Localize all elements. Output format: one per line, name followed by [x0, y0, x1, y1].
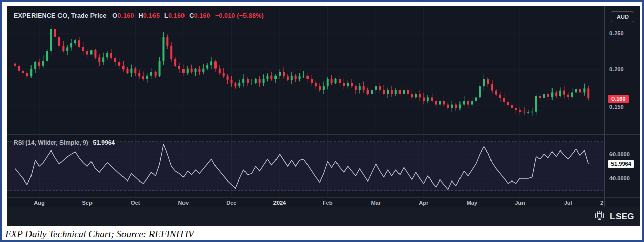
figure-frame: EXPERIENCE CO, Trade Price O0.160 H0.165… — [0, 0, 644, 242]
time-label-jul: Jul — [564, 200, 572, 206]
high-label: H — [139, 12, 143, 19]
time-label-sep: Sep — [82, 200, 93, 206]
low-label: L — [164, 12, 168, 19]
time-axis-partial-label: 2 — [600, 200, 603, 206]
figure-caption: EXP Daily Technical Chart; Source: REFIN… — [5, 228, 639, 241]
rsi-tick-60: 60.0000 — [609, 150, 638, 158]
time-label-nov: Nov — [178, 200, 189, 206]
price-tick-0150: 0.150 — [609, 103, 638, 110]
high-value: 0.165 — [143, 12, 160, 19]
price-tick-0200: 0.200 — [609, 66, 638, 73]
rsi-legend[interactable]: RSI (14, Wilder, Simple, 9) 51.9964 — [14, 139, 115, 147]
instrument-legend[interactable]: EXPERIENCE CO, Trade Price O0.160 H0.165… — [14, 11, 264, 21]
time-label-dec: Dec — [226, 200, 236, 206]
time-label-oct: Oct — [131, 200, 140, 206]
time-label-aug: Aug — [34, 200, 44, 206]
time-label-feb: Feb — [323, 200, 333, 206]
chart-panel: EXPERIENCE CO, Trade Price O0.160 H0.165… — [7, 6, 640, 226]
rsi-tick-40: 40.0000 — [609, 175, 638, 182]
chart-plot-area[interactable] — [7, 6, 605, 207]
time-label-2024: 2024 — [273, 200, 286, 206]
open-value: 0.160 — [117, 12, 134, 19]
close-value: 0.160 — [194, 12, 210, 19]
lseg-logo: LSEG — [593, 210, 634, 223]
currency-badge[interactable]: AUD — [611, 11, 634, 22]
open-label: O — [112, 12, 117, 19]
time-label-apr: Apr — [419, 200, 428, 206]
price-tick-0250: 0.250 — [609, 29, 638, 37]
low-value: 0.160 — [168, 12, 185, 19]
bottom-bar — [7, 207, 640, 226]
time-label-may: May — [467, 200, 477, 206]
last-price-badge: 0.160 — [608, 95, 629, 103]
pane-separator[interactable] — [7, 134, 640, 135]
lseg-crest-icon — [593, 210, 606, 223]
rsi-value-badge: 51.9964 — [608, 160, 634, 168]
change-value: −0.010 (−5.88%) — [215, 12, 264, 19]
time-label-jun: Jun — [515, 200, 525, 206]
instrument-name: EXPERIENCE CO, Trade Price — [14, 12, 106, 19]
time-axis-border — [7, 197, 640, 198]
time-label-mar: Mar — [371, 200, 381, 206]
rsi-indicator-value: 51.9964 — [93, 139, 115, 146]
rsi-indicator-name: RSI (14, Wilder, Simple, 9) — [14, 139, 88, 146]
lseg-wordmark: LSEG — [610, 211, 634, 222]
